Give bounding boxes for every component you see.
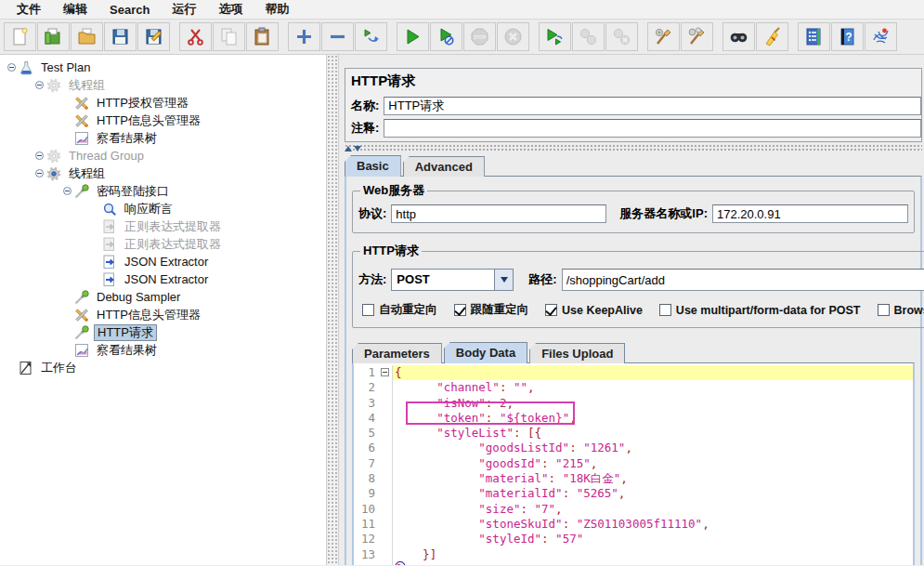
tree-node-test-plan[interactable]: Test Plan [0,59,326,76]
fold-margin-collapse[interactable] [379,365,393,380]
code-text[interactable]: "size": "7", [393,502,913,517]
tab-basic[interactable]: Basic [345,155,401,177]
header-splitter[interactable] [345,144,922,152]
tree-node-http信息头管理器[interactable]: HTTP信息头管理器 [0,306,326,323]
menu-选项[interactable]: 选项 [209,0,252,20]
combo-arrow-icon[interactable] [494,270,513,290]
remote-start-all-button[interactable] [539,22,571,51]
checkbox-自动重定向[interactable]: 自动重定向 [362,302,437,318]
fold-collapse-icon[interactable] [381,368,389,376]
comment-input[interactable] [384,119,921,138]
cut-button[interactable] [179,22,212,51]
checkbox-browser-compatible-headers[interactable]: Browser-compatible headers [878,304,924,317]
start-no-timers-button[interactable] [430,22,462,51]
code-text[interactable]: "token": "${token}", [393,411,913,426]
protocol-input[interactable] [391,204,606,223]
code-text[interactable]: "stoneSkuId": "ZS01103005f11110", [393,517,913,532]
code-text[interactable]: "goodsListId": "1261", [393,441,913,455]
editor-line[interactable]: 3 "isNow": 2, [354,396,913,411]
tree-node-线程组[interactable]: 线程组 [0,76,326,94]
tree-node-label[interactable]: HTTP请求 [94,324,157,341]
whats-this-button[interactable] [865,22,897,51]
code-text[interactable]: "goodsId": "215", [393,456,913,471]
search-reset-button[interactable] [756,22,788,51]
tree-node-label[interactable]: 密码登陆接口 [94,184,172,199]
body-data-editor[interactable]: 1{2 "channel": "",3 "isNow": 2,4 "token"… [352,362,915,565]
editor-line[interactable]: 2 "channel": "", [354,380,913,395]
checkbox-unchecked-icon[interactable] [362,304,374,316]
remove-button[interactable] [321,22,354,51]
tree-node-debug-sampler[interactable]: Debug Sampler [0,288,326,306]
tree-node-label[interactable]: 线程组 [66,166,108,181]
tree-node-json-extractor[interactable]: JSON Extractor [0,253,326,270]
editor-line[interactable]: 5 "styleList": [{ [354,426,913,441]
tree-node-label[interactable]: HTTP授权管理器 [94,96,191,111]
checkbox-checked-icon[interactable] [545,304,557,316]
tree-node-label[interactable]: Thread Group [66,149,147,164]
server-input[interactable] [712,204,908,223]
tree-node-http请求[interactable]: HTTP请求 [0,323,326,341]
checkbox-use-keepalive[interactable]: Use KeepAlive [545,304,643,317]
editor-line[interactable]: 9 "materialId": "5265", [354,486,913,501]
tree-node-thread-group[interactable]: Thread Group [0,147,326,165]
editor-line[interactable]: 6 "goodsListId": "1261", [354,441,913,455]
search-button[interactable] [722,22,755,51]
tree-node-label[interactable]: JSON Extractor [122,272,211,287]
tree-node-label[interactable]: HTTP信息头管理器 [94,113,203,128]
code-text[interactable]: "styleList": [{ [393,426,913,441]
toggle-button[interactable] [355,22,387,51]
tree-node-察看结果树[interactable]: 察看结果树 [0,129,326,147]
menu-帮助[interactable]: 帮助 [255,0,298,20]
code-text[interactable]: "isNow": 2, [393,396,913,411]
checkbox-跟随重定向[interactable]: 跟随重定向 [454,302,529,318]
editor-line[interactable]: 14} [354,562,913,565]
editor-line[interactable]: 11 "stoneSkuId": "ZS01103005f11110", [354,517,913,532]
collapse-down-icon[interactable] [354,146,361,151]
expand-collapse-handle[interactable] [63,187,72,195]
editor-line[interactable]: 10 "size": "7", [354,502,913,517]
expand-collapse-handle[interactable] [35,81,44,89]
tree-node-label[interactable]: Debug Sampler [94,290,183,305]
add-button[interactable] [288,22,320,51]
tree-node-label[interactable]: 工作台 [38,361,80,375]
tree-node-label[interactable]: 正则表达式提取器 [122,219,224,234]
split-pane-divider[interactable] [327,55,339,565]
open-file-button[interactable] [71,22,103,51]
tree-node-http信息头管理器[interactable]: HTTP信息头管理器 [0,112,326,129]
templates-button[interactable] [37,22,70,51]
editor-line[interactable]: 8 "material": "18K白金", [354,471,913,486]
code-text[interactable]: "materialId": "5265", [393,486,913,501]
code-text[interactable]: "material": "18K白金", [393,471,913,486]
tree-node-密码登陆接口[interactable]: 密码登陆接口 [0,182,326,200]
tree-node-线程组[interactable]: 线程组 [0,165,326,182]
menu-文件[interactable]: 文件 [7,0,50,20]
code-text[interactable]: "channel": "", [393,380,913,395]
tree-node-label[interactable]: 线程组 [66,78,108,93]
function-helper-button[interactable] [798,22,830,51]
tree-node-正则表达式提取器[interactable]: 正则表达式提取器 [0,235,326,253]
tree-node-label[interactable]: HTTP信息头管理器 [94,308,203,322]
start-button[interactable] [397,22,429,51]
tree-node-label[interactable]: Test Plan [38,60,93,75]
code-text[interactable]: }] [393,547,913,562]
collapse-up-icon[interactable] [345,146,352,151]
menu-search[interactable]: Search [100,1,159,19]
expand-collapse-handle[interactable] [7,63,16,72]
tab-parameters[interactable]: Parameters [352,343,442,363]
tree-node-label[interactable]: 察看结果树 [94,131,160,146]
tree-node-响应断言[interactable]: 响应断言 [0,200,326,217]
editor-line[interactable]: 13 }] [354,547,913,562]
tab-advanced[interactable]: Advanced [403,156,485,177]
paste-button[interactable] [246,22,279,51]
tree-node-label[interactable]: 正则表达式提取器 [122,237,224,252]
copy-button[interactable] [213,22,245,51]
code-text[interactable]: } [393,562,913,565]
tree-node-http授权管理器[interactable]: HTTP授权管理器 [0,94,326,112]
editor-line[interactable]: 1{ [354,365,913,380]
clear-button[interactable] [647,22,680,51]
code-text[interactable]: { [393,365,913,380]
path-input[interactable] [562,269,924,291]
checkbox-use-multipart-form-data-for-post[interactable]: Use multipart/form-data for POST [659,304,861,317]
editor-line[interactable]: 4 "token": "${token}", [354,411,913,426]
tree-node-label[interactable]: 察看结果树 [94,343,160,358]
